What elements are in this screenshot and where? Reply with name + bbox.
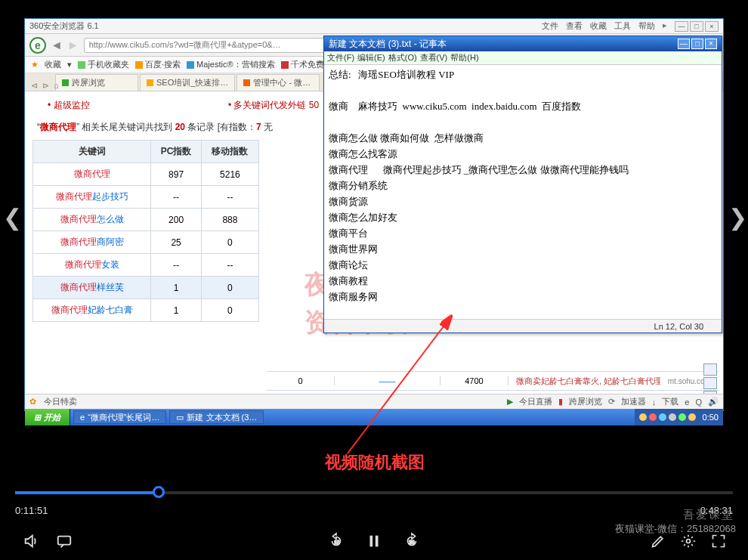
volume-icon[interactable]: [23, 533, 39, 549]
progress-knob[interactable]: [153, 486, 165, 498]
rewind-10-icon[interactable]: 10: [328, 533, 345, 549]
svg-rect-3: [370, 536, 373, 547]
progress-bar[interactable]: [15, 491, 733, 494]
svg-text:30: 30: [409, 540, 415, 545]
comment-icon[interactable]: [56, 533, 73, 549]
annotation-caption: 视频随机截图: [325, 451, 425, 474]
watermark-contact: 夜猫课堂-微信：251882068: [615, 522, 736, 536]
annotation-arrow-icon: [0, 0, 748, 469]
svg-text:10: 10: [334, 540, 340, 545]
forward-30-icon[interactable]: 30: [403, 533, 420, 549]
svg-rect-4: [376, 536, 379, 547]
svg-point-6: [687, 540, 691, 543]
svg-line-0: [348, 317, 450, 453]
pause-icon[interactable]: [366, 533, 382, 549]
svg-rect-1: [58, 537, 71, 545]
time-current: 0:11:51: [15, 505, 48, 516]
video-player: ❮ ❯ 360安全浏览器 6.1 文件 查看 收藏 工具 帮助 ▸ — □ × …: [0, 0, 748, 560]
watermark-brand: 吾爱课堂: [683, 508, 734, 522]
progress-fill: [15, 491, 159, 494]
